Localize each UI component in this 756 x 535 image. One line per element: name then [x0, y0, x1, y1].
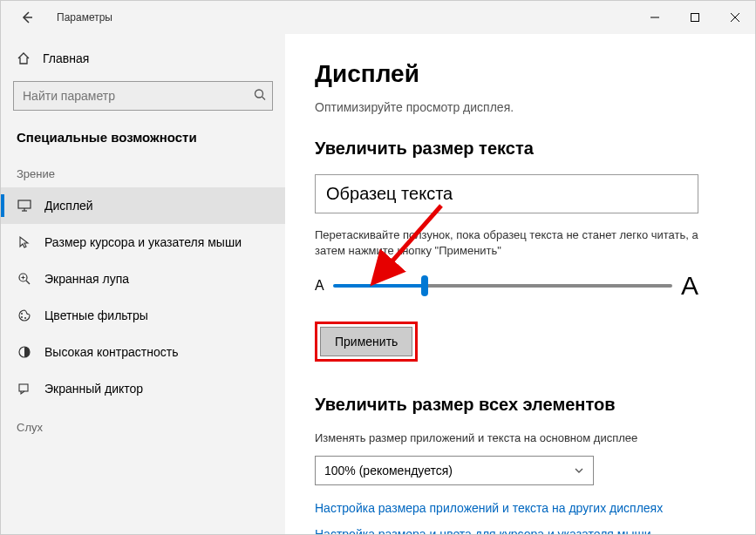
main-content: Дисплей Оптимизируйте просмотр дисплея. … [285, 34, 755, 534]
titlebar: Параметры [1, 1, 755, 34]
sidebar-item-label: Экранная лупа [44, 272, 129, 286]
dropdown-description: Изменять размер приложений и текста на о… [315, 430, 698, 446]
svg-line-10 [26, 281, 30, 284]
home-nav[interactable]: Главная [1, 43, 285, 74]
section-increase-text-heading: Увеличить размер текста [315, 139, 725, 159]
slider-thumb[interactable] [421, 275, 428, 296]
sidebar-item-label: Экранный диктор [44, 382, 143, 396]
minimize-icon [650, 13, 659, 22]
sidebar: Главная Специальные возможности Зрение Д… [1, 34, 285, 534]
cursor-icon [17, 234, 32, 250]
magnifier-icon [17, 271, 32, 287]
slider-description: Перетаскивайте ползунок, пока образец те… [315, 227, 698, 259]
search-icon [254, 89, 266, 104]
sidebar-item-magnifier[interactable]: Экранная лупа [1, 261, 285, 297]
small-a-label: A [315, 278, 324, 294]
contrast-icon [17, 344, 32, 360]
group-hearing-label: Слух [1, 407, 285, 441]
sidebar-item-color-filters[interactable]: Цветные фильтры [1, 297, 285, 334]
annotation-highlight-box: Применить [315, 322, 418, 362]
section-label: Специальные возможности [1, 123, 285, 153]
svg-point-15 [24, 317, 26, 319]
search-input[interactable] [13, 81, 273, 111]
link-other-displays[interactable]: Настройка размера приложений и текста на… [315, 501, 725, 515]
narrator-icon [17, 381, 32, 396]
section-increase-all-heading: Увеличить размер всех элементов [315, 395, 725, 415]
link-cursor-settings[interactable]: Настройка размера и цвета для курсора и … [315, 527, 725, 534]
minimize-button[interactable] [635, 3, 675, 31]
svg-point-14 [21, 316, 23, 318]
group-vision-label: Зрение [1, 153, 285, 187]
sidebar-item-label: Размер курсора и указателя мыши [44, 235, 242, 249]
page-heading: Дисплей [315, 60, 725, 88]
home-label: Главная [43, 51, 89, 65]
dropdown-value: 100% (рекомендуется) [324, 464, 453, 477]
sidebar-item-label: Цветные фильтры [44, 308, 148, 322]
sidebar-item-cursor[interactable]: Размер курсора и указателя мыши [1, 224, 285, 261]
maximize-button[interactable] [675, 3, 715, 31]
home-icon [17, 51, 31, 65]
svg-point-13 [21, 313, 23, 315]
palette-icon [17, 308, 32, 323]
close-icon [731, 13, 739, 22]
svg-point-4 [255, 90, 263, 98]
chevron-down-icon [574, 465, 584, 476]
apply-button[interactable]: Применить [320, 327, 412, 356]
monitor-icon [17, 198, 32, 213]
page-subtitle: Оптимизируйте просмотр дисплея. [315, 100, 725, 114]
close-button[interactable] [715, 3, 755, 31]
sidebar-item-display[interactable]: Дисплей [1, 187, 285, 224]
window-title: Параметры [57, 11, 112, 24]
scale-dropdown[interactable]: 100% (рекомендуется) [315, 456, 594, 485]
svg-rect-6 [18, 200, 31, 208]
text-size-slider[interactable] [333, 284, 672, 288]
maximize-icon [691, 13, 699, 22]
svg-line-5 [262, 97, 266, 100]
sample-text-box: Образец текста [315, 174, 698, 213]
sidebar-item-label: Высокая контрастность [44, 345, 178, 359]
back-arrow-icon [20, 10, 34, 24]
back-button[interactable] [17, 10, 37, 24]
text-size-slider-row: A A [315, 271, 698, 301]
svg-rect-1 [691, 14, 699, 22]
sidebar-item-narrator[interactable]: Экранный диктор [1, 370, 285, 407]
svg-rect-17 [19, 384, 28, 391]
sidebar-item-label: Дисплей [44, 199, 93, 213]
big-a-label: A [681, 271, 698, 301]
sidebar-item-high-contrast[interactable]: Высокая контрастность [1, 334, 285, 370]
